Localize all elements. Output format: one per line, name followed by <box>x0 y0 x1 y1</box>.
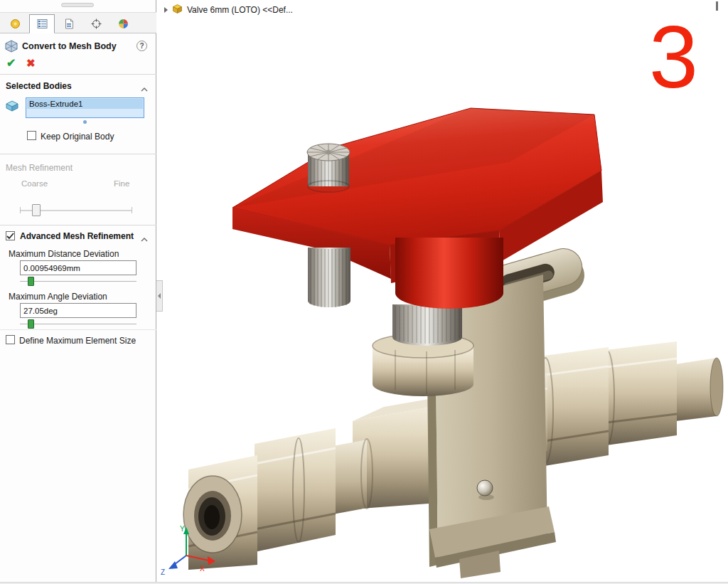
tab-feature-display[interactable] <box>29 14 55 33</box>
advanced-mesh-refinement-checkbox[interactable] <box>6 231 15 240</box>
knurled-screw[interactable] <box>307 144 350 192</box>
slider-tick <box>132 207 132 213</box>
property-manager-panel: Convert to Mesh Body ? ✔ ✖ Selected Bodi… <box>0 0 156 584</box>
part-title[interactable]: Valve 6mm (LOTO) <<Def... <box>187 5 293 15</box>
selected-bodies-header[interactable]: Selected Bodies <box>6 81 72 91</box>
advanced-mesh-refinement-header[interactable]: Advanced Mesh Refinement <box>20 231 134 241</box>
panel-title: Convert to Mesh Body <box>22 41 117 51</box>
list-item[interactable]: Boss-Extrude1 <box>27 99 143 109</box>
convert-to-mesh-icon <box>4 39 18 55</box>
tab-configuration[interactable] <box>56 14 82 33</box>
max-distance-slider-track[interactable] <box>20 281 136 282</box>
max-angle-slider-thumb[interactable] <box>28 319 34 329</box>
keep-original-body-checkbox[interactable] <box>27 131 36 140</box>
chevron-up-icon[interactable] <box>141 84 148 94</box>
divider <box>0 225 156 225</box>
check-icon <box>6 233 14 240</box>
feature-tree-flyout: Valve 6mm (LOTO) <<Def... <box>164 4 293 16</box>
tab-dimxpert[interactable] <box>83 14 109 33</box>
tube-bore[interactable] <box>204 505 220 529</box>
mesh-refinement-header: Mesh Refinement <box>6 163 73 173</box>
selected-bodies-listbox[interactable]: Boss-Extrude1 <box>26 97 144 118</box>
solid-body-icon <box>4 99 20 115</box>
max-distance-slider-thumb[interactable] <box>28 277 34 286</box>
triad-y-label: Y <box>180 525 185 533</box>
property-manager-icon <box>9 18 21 30</box>
expand-arrow-icon[interactable] <box>164 7 168 13</box>
solidworks-window: Convert to Mesh Body ? ✔ ✖ Selected Bodi… <box>0 0 728 584</box>
ok-button[interactable]: ✔ <box>6 56 16 70</box>
valve-body-left[interactable] <box>183 428 373 570</box>
divider <box>0 154 156 154</box>
part-icon <box>172 4 183 16</box>
knurled-stem[interactable] <box>308 248 350 307</box>
chevron-up-icon[interactable] <box>141 234 148 244</box>
target-icon <box>90 18 102 30</box>
packing-nut-stack[interactable] <box>373 304 473 396</box>
handle-hub[interactable] <box>395 238 503 309</box>
bracket-pin[interactable] <box>477 480 493 496</box>
max-angle-input[interactable] <box>20 303 136 318</box>
help-button[interactable]: ? <box>136 41 147 51</box>
panel-splitter-handle[interactable] <box>61 3 94 7</box>
max-angle-slider-track[interactable] <box>20 324 136 324</box>
fine-label: Fine <box>114 179 129 188</box>
panel-tab-bar <box>0 12 156 33</box>
panel-collapse-button[interactable] <box>156 280 163 312</box>
annotation-number: 3 <box>649 13 698 101</box>
pie-chart-icon <box>117 18 129 30</box>
max-angle-label: Maximum Angle Deviation <box>9 292 107 302</box>
triad-x-label: X <box>200 565 205 573</box>
valve-3d-scene: Y X Z <box>157 0 728 584</box>
coarse-label: Coarse <box>21 179 48 188</box>
slider-tick <box>20 207 21 213</box>
graphics-viewport[interactable]: Y X Z Valve 6mm (LOTO) <<Def... 3 <box>157 0 728 584</box>
define-max-element-size-checkbox[interactable] <box>6 335 15 344</box>
keep-original-body-label: Keep Original Body <box>41 132 114 142</box>
cancel-button[interactable]: ✖ <box>26 57 36 70</box>
listbox-resize-handle[interactable] <box>83 120 87 124</box>
divider <box>0 329 156 330</box>
page-icon <box>63 18 75 30</box>
task-pane-edge <box>716 1 718 11</box>
tab-display-manager[interactable] <box>110 14 136 33</box>
list-view-icon <box>36 18 48 30</box>
valve-3d-model[interactable] <box>183 108 723 578</box>
triad-z-label: Z <box>161 568 165 576</box>
define-max-element-size-label: Define Maximum Element Size <box>19 336 136 346</box>
mesh-refinement-slider-thumb[interactable] <box>32 204 41 216</box>
chevron-left-icon <box>158 293 161 299</box>
divider <box>0 74 156 75</box>
max-distance-input[interactable] <box>20 260 136 275</box>
tab-property-manager[interactable] <box>2 14 28 33</box>
max-distance-label: Maximum Distance Deviation <box>9 249 119 259</box>
